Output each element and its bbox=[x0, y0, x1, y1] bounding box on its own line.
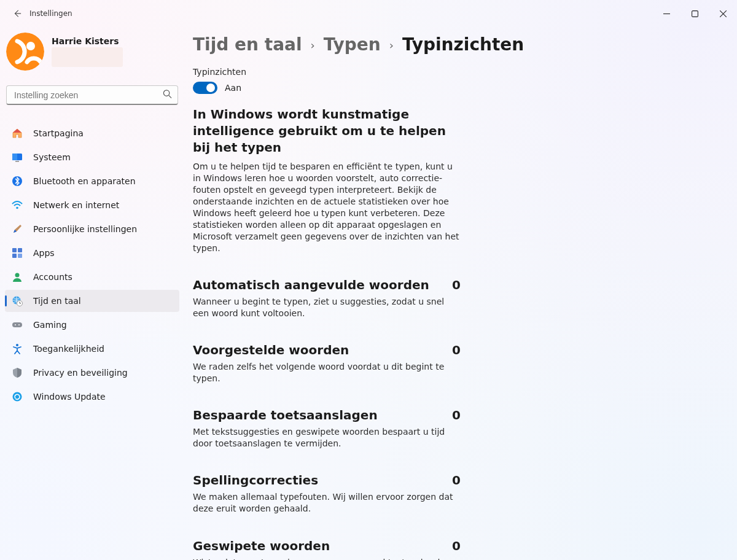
search-box bbox=[6, 85, 178, 105]
profile-email-placeholder bbox=[52, 47, 123, 67]
update-icon bbox=[11, 391, 23, 403]
person-icon bbox=[11, 271, 23, 283]
stat-value: 0 bbox=[452, 408, 461, 422]
typing-insights-toggle-row: Aan bbox=[193, 82, 712, 94]
arrow-left-icon bbox=[13, 9, 21, 18]
sidebar-item-system[interactable]: Systeem bbox=[5, 146, 179, 168]
svg-rect-12 bbox=[18, 254, 22, 258]
sidebar-item-gaming[interactable]: Gaming bbox=[5, 314, 179, 336]
svg-rect-16 bbox=[12, 322, 22, 327]
stat-spelling-corrections: Spellingcorrecties 0 We maken allemaal t… bbox=[193, 473, 461, 515]
stat-title: Automatisch aangevulde woorden bbox=[193, 278, 429, 292]
stat-value: 0 bbox=[452, 539, 461, 553]
minimize-button[interactable] bbox=[652, 4, 680, 23]
maximize-icon bbox=[692, 10, 698, 17]
breadcrumb-item[interactable]: Typen bbox=[324, 34, 381, 55]
gamepad-icon bbox=[11, 319, 23, 331]
main-content: Tijd en taal › Typen › Typinzichten Typi… bbox=[184, 27, 737, 560]
svg-rect-5 bbox=[12, 154, 17, 160]
sidebar-item-label: Privacy en beveiliging bbox=[33, 368, 128, 378]
sidebar-item-label: Toegankelijkheid bbox=[33, 344, 104, 354]
svg-rect-11 bbox=[12, 254, 17, 258]
stat-value: 0 bbox=[452, 473, 461, 488]
back-button[interactable] bbox=[5, 1, 29, 26]
stat-desc: We raden zelfs het volgende woord voorda… bbox=[193, 361, 461, 384]
sidebar-item-apps[interactable]: Apps bbox=[5, 242, 179, 264]
sidebar-item-label: Gaming bbox=[33, 320, 67, 330]
svg-point-19 bbox=[16, 344, 18, 346]
system-icon bbox=[11, 151, 23, 163]
stat-swiped-words: Geswipete woorden 0 Wist u dat u met uw … bbox=[193, 539, 461, 561]
close-button[interactable] bbox=[709, 4, 737, 23]
section-label: Typinzichten bbox=[193, 67, 712, 77]
chevron-right-icon: › bbox=[305, 39, 321, 52]
svg-point-17 bbox=[15, 324, 16, 325]
avatar bbox=[6, 33, 44, 71]
svg-rect-6 bbox=[15, 161, 19, 162]
sidebar-nav: Startpagina Systeem Bluetooth en apparat… bbox=[2, 122, 182, 408]
shield-icon bbox=[11, 367, 23, 379]
window-title: Instellingen bbox=[29, 9, 72, 18]
bluetooth-icon bbox=[11, 175, 23, 187]
globe-clock-icon bbox=[11, 295, 23, 307]
sidebar: Harrie Kisters Startpagina Systeem Bluet… bbox=[0, 27, 184, 560]
svg-point-8 bbox=[16, 207, 18, 209]
sidebar-item-personalization[interactable]: Persoonlijke instellingen bbox=[5, 218, 179, 240]
stat-desc: Wanneer u begint te typen, ziet u sugges… bbox=[193, 296, 461, 319]
close-icon bbox=[720, 10, 727, 17]
sidebar-item-label: Netwerk en internet bbox=[33, 200, 119, 210]
sidebar-item-label: Tijd en taal bbox=[33, 296, 81, 306]
svg-rect-9 bbox=[12, 248, 17, 252]
stat-suggested-words: Voorgestelde woorden 0 We raden zelfs he… bbox=[193, 343, 461, 384]
chevron-right-icon: › bbox=[383, 39, 400, 52]
sidebar-item-label: Windows Update bbox=[33, 392, 106, 402]
sidebar-item-time-language[interactable]: Tijd en taal bbox=[5, 290, 179, 312]
minimize-icon bbox=[663, 10, 670, 17]
sidebar-item-home[interactable]: Startpagina bbox=[5, 122, 179, 144]
svg-point-3 bbox=[163, 90, 169, 96]
sidebar-item-windows-update[interactable]: Windows Update bbox=[5, 386, 179, 408]
stat-autocompleted-words: Automatisch aangevulde woorden 0 Wanneer… bbox=[193, 278, 461, 319]
svg-point-2 bbox=[26, 42, 35, 50]
stat-desc: Wist u dat u met uw vinger over een aanr… bbox=[193, 557, 461, 561]
breadcrumb: Tijd en taal › Typen › Typinzichten bbox=[193, 34, 712, 55]
stat-keystrokes-saved: Bespaarde toetsaanslagen 0 Met tekstsugg… bbox=[193, 408, 461, 449]
stat-title: Bespaarde toetsaanslagen bbox=[193, 408, 378, 422]
sidebar-item-accessibility[interactable]: Toegankelijkheid bbox=[5, 338, 179, 360]
stat-title: Voorgestelde woorden bbox=[193, 343, 349, 357]
home-icon bbox=[11, 127, 23, 139]
profile-block[interactable]: Harrie Kisters bbox=[2, 30, 182, 76]
sidebar-item-privacy[interactable]: Privacy en beveiliging bbox=[5, 362, 179, 384]
stat-title: Geswipete woorden bbox=[193, 539, 330, 553]
sidebar-item-label: Accounts bbox=[33, 272, 72, 282]
maximize-button[interactable] bbox=[680, 4, 709, 23]
stat-title: Spellingcorrecties bbox=[193, 473, 318, 488]
breadcrumb-current: Typinzichten bbox=[402, 34, 524, 55]
sidebar-item-label: Persoonlijke instellingen bbox=[33, 224, 137, 234]
brush-icon bbox=[11, 223, 23, 235]
profile-name: Harrie Kisters bbox=[52, 36, 123, 46]
apps-icon bbox=[11, 247, 23, 259]
sidebar-item-network[interactable]: Netwerk en internet bbox=[5, 194, 179, 216]
toggle-label: Aan bbox=[225, 83, 241, 93]
typing-heading: In Windows wordt kunstmatige intelligenc… bbox=[193, 106, 461, 156]
search-input[interactable] bbox=[6, 85, 178, 105]
svg-point-18 bbox=[18, 324, 20, 325]
svg-rect-10 bbox=[18, 248, 22, 252]
stat-value: 0 bbox=[452, 278, 461, 292]
breadcrumb-item[interactable]: Tijd en taal bbox=[193, 34, 302, 55]
svg-rect-0 bbox=[692, 10, 698, 17]
svg-point-13 bbox=[15, 273, 20, 278]
typing-insights-toggle[interactable] bbox=[193, 82, 217, 94]
typing-description: Om u te helpen tijd te besparen en effic… bbox=[193, 161, 461, 254]
wifi-icon bbox=[11, 199, 23, 211]
stat-value: 0 bbox=[452, 343, 461, 357]
toggle-knob bbox=[206, 84, 215, 92]
svg-point-20 bbox=[13, 392, 22, 402]
stat-desc: We maken allemaal typefouten. Wij willen… bbox=[193, 491, 461, 515]
sidebar-item-bluetooth[interactable]: Bluetooth en apparaten bbox=[5, 170, 179, 192]
titlebar: Instellingen bbox=[0, 0, 737, 27]
accessibility-icon bbox=[11, 343, 23, 355]
sidebar-item-label: Bluetooth en apparaten bbox=[33, 176, 136, 186]
sidebar-item-accounts[interactable]: Accounts bbox=[5, 266, 179, 288]
